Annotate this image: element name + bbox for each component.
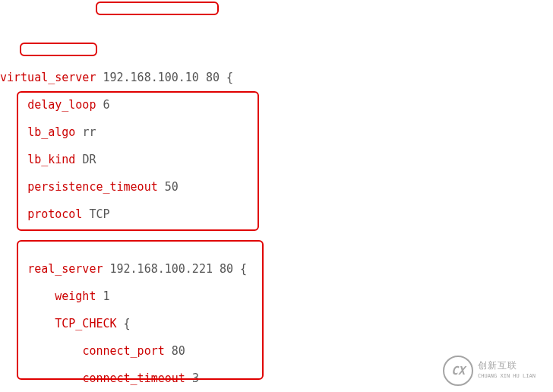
line-lb-algo: lb_algo rr bbox=[0, 125, 553, 139]
line-protocol: protocol TCP bbox=[0, 207, 553, 221]
line-persistence: persistence_timeout 50 bbox=[0, 180, 553, 194]
line-lb-kind: lb_kind DR bbox=[0, 153, 553, 166]
val-virtual-server: 192.168.100.10 80 bbox=[96, 71, 226, 84]
line-rs1: real_server 192.168.100.221 80 { bbox=[0, 262, 553, 276]
line-delay-loop: delay_loop 6 bbox=[0, 98, 553, 112]
config-code-block: virtual_server 192.168.100.10 80 { delay… bbox=[0, 55, 553, 392]
watermark: CX 创新互联 CHUANG XIN HU LIAN bbox=[443, 349, 553, 392]
watermark-line2: CHUANG XIN HU LIAN bbox=[478, 371, 536, 381]
watermark-logo-icon: CX bbox=[443, 356, 473, 386]
highlight-vip bbox=[96, 2, 219, 15]
kw-virtual-server: virtual_server bbox=[0, 71, 96, 84]
line-rs1-tcpcheck: TCP_CHECK { bbox=[0, 317, 553, 330]
line-virtual-server: virtual_server 192.168.100.10 80 { bbox=[0, 71, 553, 84]
line-rs1-weight: weight 1 bbox=[0, 289, 553, 303]
blank-line bbox=[0, 235, 553, 248]
watermark-line1: 创新互联 bbox=[478, 360, 536, 371]
watermark-text: 创新互联 CHUANG XIN HU LIAN bbox=[478, 360, 536, 381]
